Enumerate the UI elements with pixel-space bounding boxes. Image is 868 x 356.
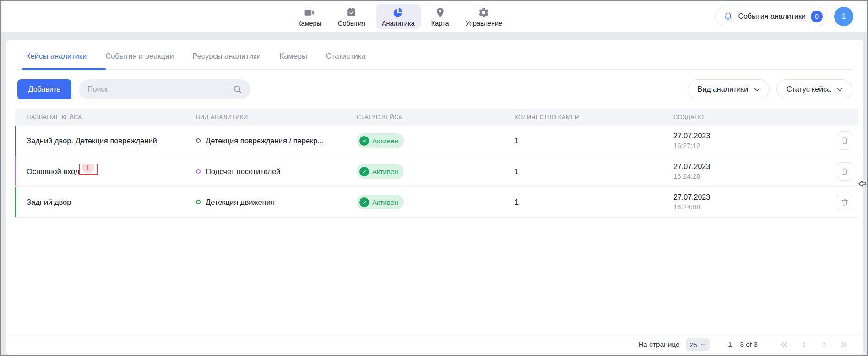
first-page-button[interactable] — [780, 340, 788, 349]
tab-events-reactions[interactable]: События и реакции — [105, 40, 174, 69]
bell-icon — [723, 11, 733, 22]
analytics-type-cell: Подсчет посетителей — [184, 167, 345, 176]
main-nav: Камеры События — [291, 1, 508, 32]
warning-highlight-box: ! — [79, 164, 98, 175]
case-name-cell: Задний двор — [15, 198, 184, 207]
add-button[interactable]: Добавить — [17, 79, 71, 99]
analytics-type-dot — [196, 169, 201, 174]
search-box — [79, 79, 250, 99]
chevron-right-icon — [820, 340, 829, 349]
case-status-cell: Активен — [345, 164, 503, 179]
nav-label: Аналитика — [382, 20, 415, 27]
camera-count-cell: 1 — [503, 137, 662, 145]
nav-item-map[interactable]: Карта — [425, 4, 455, 29]
per-page-select[interactable]: 25 — [686, 338, 710, 351]
col-case-status: Статус кейса — [345, 114, 503, 120]
col-camera-count: Количество камер — [503, 114, 662, 120]
created-cell: 27.07.2023 16:24:08 — [662, 192, 825, 212]
case-status-cell: Активен — [345, 195, 503, 209]
table-row[interactable]: Основной вход ! Подсчет посетителей Акти… — [15, 156, 858, 187]
tab-cameras[interactable]: Камеры — [280, 40, 307, 69]
nav-label: Управление — [465, 20, 502, 27]
search-input[interactable] — [79, 79, 250, 99]
created-time: 16:27:12 — [673, 141, 825, 150]
pager — [780, 340, 849, 349]
search-icon — [233, 84, 243, 94]
table-row[interactable]: Задний двор. Детекция повреждений Детекц… — [15, 126, 858, 156]
last-page-button[interactable] — [840, 340, 849, 349]
col-created: Создано — [662, 114, 825, 120]
created-time: 16:24:08 — [673, 202, 825, 212]
created-cell: 27.07.2023 16:27:12 — [662, 131, 825, 150]
analytics-type-cell: Детекция повреждения / перекр... — [184, 137, 345, 145]
case-status-filter[interactable]: Статус кейса — [776, 79, 852, 99]
tab-statistics[interactable]: Статистика — [326, 40, 366, 69]
pagination-footer: На странице 25 1 – 3 of 3 — [6, 334, 863, 355]
page-range: 1 – 3 of 3 — [728, 340, 758, 349]
check-circle-icon — [359, 197, 369, 207]
app-window: Камеры События — [0, 0, 868, 356]
status-badge: Активен — [357, 164, 404, 179]
nav-label: Камеры — [297, 20, 321, 27]
analytics-type-filter[interactable]: Вид аналитики — [688, 79, 770, 99]
case-name-cell: Основной вход ! — [15, 164, 184, 179]
camera-count-cell: 1 — [503, 167, 662, 176]
nav-label: Карта — [431, 20, 449, 27]
nav-item-analytics[interactable]: Аналитика — [376, 4, 421, 29]
created-date: 27.07.2023 — [673, 192, 825, 202]
chevron-down-icon — [700, 342, 705, 347]
main-panel: Кейсы аналитики События и реакции Ресурс… — [6, 40, 863, 355]
actions-cell — [825, 131, 858, 150]
nav-item-settings[interactable]: Управление — [459, 4, 508, 29]
analytics-icon — [392, 6, 404, 18]
topbar-right: События аналитики 0 1 — [715, 7, 853, 26]
camera-icon — [304, 6, 315, 18]
analytics-type-cell: Детекция движения — [184, 198, 345, 207]
events-button-label: События аналитики — [738, 12, 806, 21]
row-accent-bar — [15, 187, 16, 217]
chevron-down-icon — [836, 86, 844, 93]
row-accent-bar — [15, 126, 16, 156]
user-avatar[interactable]: 1 — [834, 7, 853, 26]
actions-cell — [825, 193, 858, 211]
tab-bar: Кейсы аналитики События и реакции Ресурс… — [17, 40, 852, 70]
analytics-type-dot — [196, 200, 201, 204]
delete-button[interactable] — [837, 193, 852, 211]
next-page-button[interactable] — [820, 340, 829, 349]
check-circle-icon — [359, 167, 369, 176]
table-row[interactable]: Задний двор Детекция движения Активен 1 — [15, 187, 858, 218]
chevron-down-icon — [753, 86, 761, 93]
double-chevron-right-icon — [840, 340, 849, 349]
col-case-name: Название кейса — [15, 114, 184, 120]
tab-analytics-cases[interactable]: Кейсы аналитики — [26, 40, 87, 69]
row-accent-bar — [15, 156, 16, 186]
trash-icon — [841, 198, 849, 207]
toolbar: Добавить Вид аналитики Статус кейса — [17, 79, 852, 99]
delete-button[interactable] — [837, 131, 852, 150]
top-bar: Камеры События — [1, 1, 867, 32]
nav-item-events[interactable]: События — [332, 4, 371, 29]
trash-icon — [841, 137, 849, 145]
check-circle-icon — [359, 136, 369, 146]
delete-button[interactable] — [837, 162, 852, 181]
nav-label: События — [338, 20, 365, 27]
chevron-left-icon — [800, 340, 808, 349]
gear-icon — [478, 6, 490, 18]
filter-label: Статус кейса — [787, 85, 831, 93]
cases-table: Название кейса Вид аналитики Статус кейс… — [15, 109, 858, 218]
map-pin-icon — [434, 6, 446, 18]
case-status-cell: Активен — [345, 133, 503, 148]
events-icon — [346, 6, 358, 18]
analytics-type-dot — [196, 138, 201, 143]
nav-item-cameras[interactable]: Камеры — [291, 4, 327, 29]
col-analytics-type: Вид аналитики — [184, 114, 345, 120]
per-page-label: На странице — [638, 340, 680, 349]
prev-page-button[interactable] — [800, 340, 808, 349]
created-date: 27.07.2023 — [673, 131, 825, 141]
analytics-events-button[interactable]: События аналитики 0 — [715, 7, 827, 26]
mouse-cursor — [858, 180, 867, 188]
tab-analytics-resources[interactable]: Ресурсы аналитики — [192, 40, 260, 69]
events-count-badge: 0 — [811, 11, 823, 22]
filter-label: Вид аналитики — [698, 85, 749, 93]
trash-icon — [841, 167, 849, 176]
